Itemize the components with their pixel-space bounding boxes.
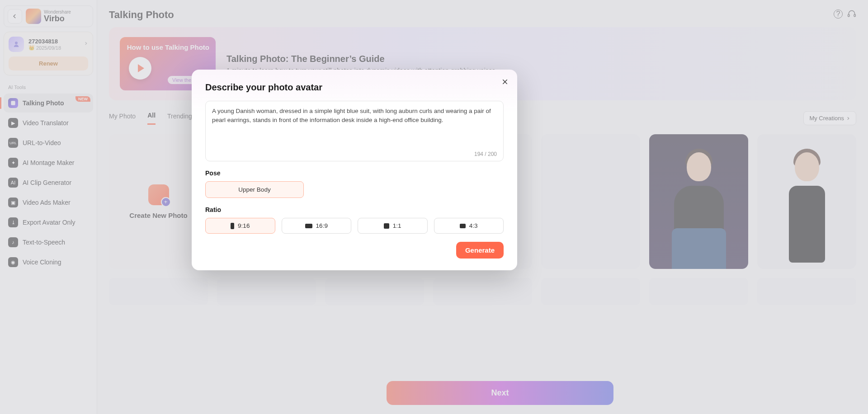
ratio-label-text: 16:9 xyxy=(316,222,328,229)
ratio-label-text: 9:16 xyxy=(238,222,250,229)
modal-title: Describe your photo avatar xyxy=(205,82,504,93)
pose-label: Pose xyxy=(205,169,504,177)
ratio-16-9[interactable]: 16:9 xyxy=(282,218,352,234)
ratio-1-1[interactable]: 1:1 xyxy=(358,218,428,234)
pose-upper-body[interactable]: Upper Body xyxy=(205,181,304,198)
char-counter: 194 / 200 xyxy=(474,151,497,157)
ratio-icon xyxy=(460,224,466,228)
ratio-4-3[interactable]: 4:3 xyxy=(434,218,504,234)
close-button[interactable] xyxy=(499,76,511,88)
ratio-label: Ratio xyxy=(205,206,504,213)
ratio-label-text: 1:1 xyxy=(393,222,401,229)
close-icon xyxy=(501,78,509,85)
description-box: 194 / 200 xyxy=(205,101,504,161)
ratio-9-16[interactable]: 9:16 xyxy=(205,218,275,234)
ratio-icon xyxy=(305,224,312,228)
description-input[interactable] xyxy=(212,107,497,148)
ratio-icon xyxy=(231,223,234,229)
ratio-icon xyxy=(384,223,389,229)
ratio-label-text: 4:3 xyxy=(469,222,478,229)
ratio-options: 9:16 16:9 1:1 4:3 xyxy=(205,218,504,234)
describe-avatar-modal: Describe your photo avatar 194 / 200 Pos… xyxy=(192,70,517,270)
generate-button[interactable]: Generate xyxy=(456,242,504,259)
